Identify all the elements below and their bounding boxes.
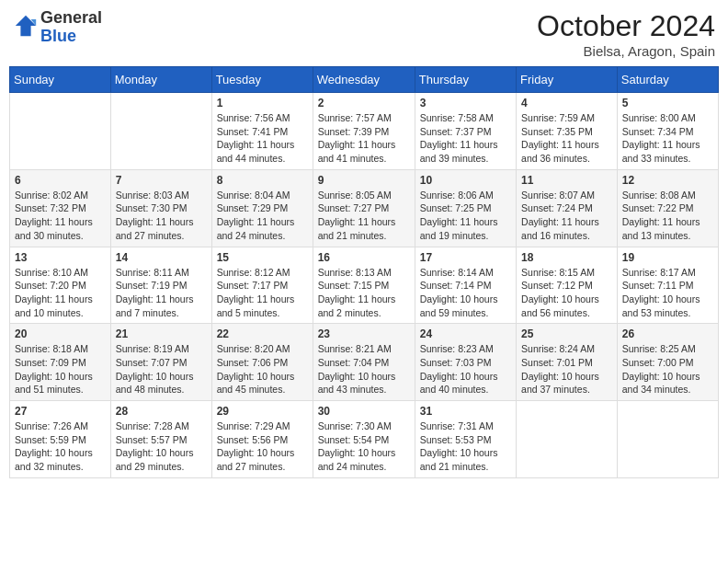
day-number: 16 xyxy=(318,251,410,264)
day-number: 8 xyxy=(217,174,308,187)
day-info: Sunrise: 7:29 AM Sunset: 5:56 PM Dayligh… xyxy=(217,419,308,474)
logo-icon xyxy=(13,13,39,39)
day-info: Sunrise: 8:08 AM Sunset: 7:22 PM Dayligh… xyxy=(622,189,713,243)
calendar-day-cell xyxy=(617,401,718,478)
day-info: Sunrise: 8:25 AM Sunset: 7:00 PM Dayligh… xyxy=(622,342,713,396)
calendar-day-cell: 6Sunrise: 8:02 AM Sunset: 7:32 PM Daylig… xyxy=(10,169,111,247)
month-title: October 2024 xyxy=(537,9,715,43)
calendar-day-header: Sunday xyxy=(10,67,111,93)
day-number: 17 xyxy=(420,251,511,264)
calendar-week-row: 27Sunrise: 7:26 AM Sunset: 5:59 PM Dayli… xyxy=(10,401,719,478)
calendar-day-cell xyxy=(10,93,111,170)
calendar-week-row: 1Sunrise: 7:56 AM Sunset: 7:41 PM Daylig… xyxy=(10,93,719,170)
calendar-day-cell: 18Sunrise: 8:15 AM Sunset: 7:12 PM Dayli… xyxy=(517,247,618,324)
calendar-week-row: 13Sunrise: 8:10 AM Sunset: 7:20 PM Dayli… xyxy=(10,247,719,324)
day-info: Sunrise: 8:11 AM Sunset: 7:19 PM Dayligh… xyxy=(116,266,207,320)
calendar-day-cell: 3Sunrise: 7:58 AM Sunset: 7:37 PM Daylig… xyxy=(415,93,516,170)
day-info: Sunrise: 8:05 AM Sunset: 7:27 PM Dayligh… xyxy=(318,189,410,243)
day-number: 10 xyxy=(420,174,511,187)
calendar-day-header: Thursday xyxy=(415,67,516,93)
day-number: 23 xyxy=(318,327,410,340)
calendar-table: SundayMondayTuesdayWednesdayThursdayFrid… xyxy=(9,66,719,478)
day-info: Sunrise: 7:28 AM Sunset: 5:57 PM Dayligh… xyxy=(116,419,207,474)
calendar-day-cell: 11Sunrise: 8:07 AM Sunset: 7:24 PM Dayli… xyxy=(517,169,618,247)
calendar-day-cell: 17Sunrise: 8:14 AM Sunset: 7:14 PM Dayli… xyxy=(415,247,516,324)
day-number: 18 xyxy=(521,251,612,264)
calendar-day-cell xyxy=(110,93,211,170)
day-info: Sunrise: 7:26 AM Sunset: 5:59 PM Dayligh… xyxy=(15,419,106,474)
calendar-day-cell: 16Sunrise: 8:13 AM Sunset: 7:15 PM Dayli… xyxy=(313,247,415,324)
day-info: Sunrise: 8:02 AM Sunset: 7:32 PM Dayligh… xyxy=(15,189,106,243)
calendar-day-cell: 2Sunrise: 7:57 AM Sunset: 7:39 PM Daylig… xyxy=(313,93,415,170)
day-number: 13 xyxy=(15,251,106,264)
day-number: 6 xyxy=(15,174,106,187)
day-number: 4 xyxy=(521,97,612,109)
calendar-day-cell: 8Sunrise: 8:04 AM Sunset: 7:29 PM Daylig… xyxy=(211,169,313,247)
calendar-week-row: 6Sunrise: 8:02 AM Sunset: 7:32 PM Daylig… xyxy=(10,169,719,247)
calendar-day-cell: 29Sunrise: 7:29 AM Sunset: 5:56 PM Dayli… xyxy=(211,401,313,478)
calendar-day-cell xyxy=(517,401,618,478)
day-info: Sunrise: 7:56 AM Sunset: 7:41 PM Dayligh… xyxy=(217,111,308,166)
day-info: Sunrise: 8:21 AM Sunset: 7:04 PM Dayligh… xyxy=(318,342,410,396)
calendar-week-row: 20Sunrise: 8:18 AM Sunset: 7:09 PM Dayli… xyxy=(10,324,719,401)
day-number: 26 xyxy=(622,327,713,340)
calendar-day-cell: 9Sunrise: 8:05 AM Sunset: 7:27 PM Daylig… xyxy=(313,169,415,247)
calendar-day-cell: 28Sunrise: 7:28 AM Sunset: 5:57 PM Dayli… xyxy=(110,401,211,478)
calendar-day-cell: 25Sunrise: 8:24 AM Sunset: 7:01 PM Dayli… xyxy=(517,324,618,401)
day-number: 27 xyxy=(15,405,106,418)
day-info: Sunrise: 7:31 AM Sunset: 5:53 PM Dayligh… xyxy=(420,419,511,474)
day-number: 24 xyxy=(420,327,511,340)
calendar-header-row: SundayMondayTuesdayWednesdayThursdayFrid… xyxy=(10,67,719,93)
calendar-day-cell: 1Sunrise: 7:56 AM Sunset: 7:41 PM Daylig… xyxy=(211,93,313,170)
day-number: 21 xyxy=(116,327,207,340)
calendar-day-cell: 15Sunrise: 8:12 AM Sunset: 7:17 PM Dayli… xyxy=(211,247,313,324)
day-number: 22 xyxy=(217,327,308,340)
calendar-day-header: Monday xyxy=(110,67,211,93)
day-info: Sunrise: 8:10 AM Sunset: 7:20 PM Dayligh… xyxy=(15,266,106,320)
day-info: Sunrise: 8:23 AM Sunset: 7:03 PM Dayligh… xyxy=(420,342,511,396)
day-number: 7 xyxy=(116,174,207,187)
calendar-day-cell: 26Sunrise: 8:25 AM Sunset: 7:00 PM Dayli… xyxy=(617,324,718,401)
calendar-day-cell: 7Sunrise: 8:03 AM Sunset: 7:30 PM Daylig… xyxy=(110,169,211,247)
day-number: 14 xyxy=(116,251,207,264)
location: Bielsa, Aragon, Spain xyxy=(537,43,715,59)
calendar-day-header: Friday xyxy=(517,67,618,93)
page-header: General Blue October 2024 Bielsa, Aragon… xyxy=(9,9,719,59)
day-number: 11 xyxy=(521,174,612,187)
calendar-day-cell: 23Sunrise: 8:21 AM Sunset: 7:04 PM Dayli… xyxy=(313,324,415,401)
day-number: 3 xyxy=(420,97,511,109)
day-info: Sunrise: 8:13 AM Sunset: 7:15 PM Dayligh… xyxy=(318,266,410,320)
day-number: 15 xyxy=(217,251,308,264)
day-info: Sunrise: 8:19 AM Sunset: 7:07 PM Dayligh… xyxy=(116,342,207,396)
day-info: Sunrise: 8:12 AM Sunset: 7:17 PM Dayligh… xyxy=(217,266,308,320)
calendar-day-cell: 14Sunrise: 8:11 AM Sunset: 7:19 PM Dayli… xyxy=(110,247,211,324)
day-number: 29 xyxy=(217,405,308,418)
calendar-day-cell: 10Sunrise: 8:06 AM Sunset: 7:25 PM Dayli… xyxy=(415,169,516,247)
day-number: 20 xyxy=(15,327,106,340)
day-number: 30 xyxy=(318,405,410,418)
day-info: Sunrise: 8:07 AM Sunset: 7:24 PM Dayligh… xyxy=(521,189,612,243)
calendar-day-cell: 5Sunrise: 8:00 AM Sunset: 7:34 PM Daylig… xyxy=(617,93,718,170)
day-info: Sunrise: 7:58 AM Sunset: 7:37 PM Dayligh… xyxy=(420,111,511,166)
day-info: Sunrise: 8:17 AM Sunset: 7:11 PM Dayligh… xyxy=(622,266,713,320)
calendar-day-cell: 20Sunrise: 8:18 AM Sunset: 7:09 PM Dayli… xyxy=(10,324,111,401)
calendar-day-header: Saturday xyxy=(617,67,718,93)
calendar-day-cell: 21Sunrise: 8:19 AM Sunset: 7:07 PM Dayli… xyxy=(110,324,211,401)
day-info: Sunrise: 8:06 AM Sunset: 7:25 PM Dayligh… xyxy=(420,189,511,243)
logo: General Blue xyxy=(13,9,102,46)
calendar-body: 1Sunrise: 7:56 AM Sunset: 7:41 PM Daylig… xyxy=(10,93,719,478)
day-number: 31 xyxy=(420,405,511,418)
calendar-day-cell: 19Sunrise: 8:17 AM Sunset: 7:11 PM Dayli… xyxy=(617,247,718,324)
day-number: 9 xyxy=(318,174,410,187)
day-info: Sunrise: 8:04 AM Sunset: 7:29 PM Dayligh… xyxy=(217,189,308,243)
day-info: Sunrise: 8:15 AM Sunset: 7:12 PM Dayligh… xyxy=(521,266,612,320)
calendar-day-cell: 31Sunrise: 7:31 AM Sunset: 5:53 PM Dayli… xyxy=(415,401,516,478)
calendar-day-cell: 4Sunrise: 7:59 AM Sunset: 7:35 PM Daylig… xyxy=(517,93,618,170)
calendar-day-cell: 13Sunrise: 8:10 AM Sunset: 7:20 PM Dayli… xyxy=(10,247,111,324)
calendar-day-header: Tuesday xyxy=(211,67,313,93)
logo-text: General Blue xyxy=(40,9,102,46)
day-info: Sunrise: 8:00 AM Sunset: 7:34 PM Dayligh… xyxy=(622,111,713,166)
day-number: 1 xyxy=(217,97,308,109)
day-info: Sunrise: 7:59 AM Sunset: 7:35 PM Dayligh… xyxy=(521,111,612,166)
calendar-day-cell: 27Sunrise: 7:26 AM Sunset: 5:59 PM Dayli… xyxy=(10,401,111,478)
